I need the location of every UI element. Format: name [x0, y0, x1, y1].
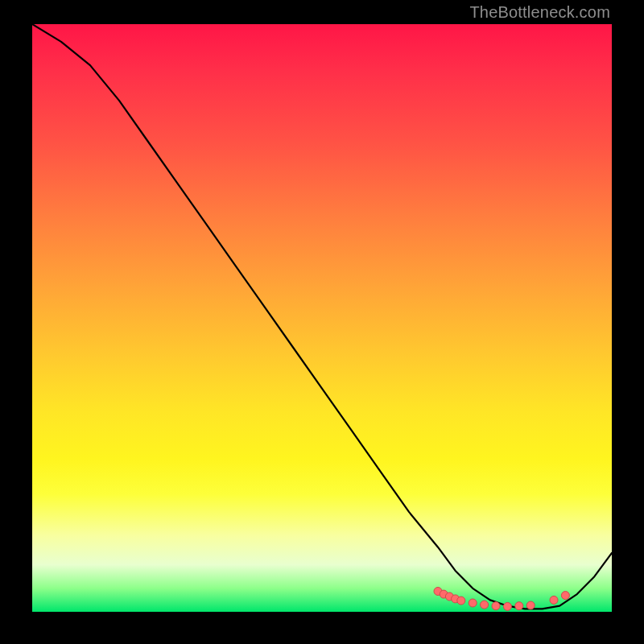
curve-marker: [515, 602, 523, 610]
watermark-text: TheBottleneck.com: [469, 3, 610, 22]
curve-marker: [481, 601, 489, 609]
curve-marker: [469, 599, 477, 607]
bottleneck-curve: [32, 24, 612, 609]
curve-marker: [434, 588, 442, 596]
curve-marker: [440, 590, 448, 598]
chart-frame: TheBottleneck.com: [0, 0, 644, 644]
curve-marker: [503, 602, 511, 610]
curve-marker: [561, 592, 569, 600]
curve-marker: [492, 602, 500, 610]
plot-area: [32, 24, 612, 612]
curve-marker: [550, 596, 558, 604]
curve-marker: [457, 597, 465, 605]
curve-marker: [526, 601, 535, 609]
curve-marker: [452, 595, 460, 603]
curve-markers: [434, 588, 569, 611]
chart-svg: [32, 24, 612, 612]
curve-marker: [445, 592, 453, 601]
